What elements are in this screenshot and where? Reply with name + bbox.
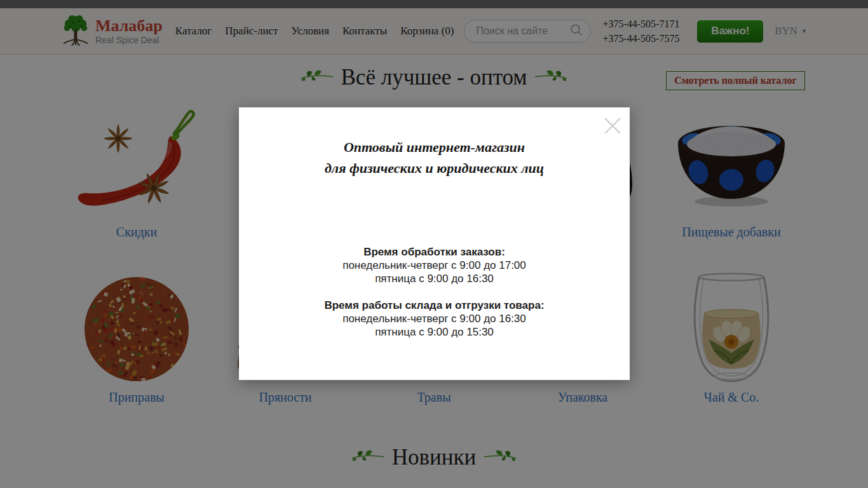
order-processing-line-1: понедельник-четверг с 9:00 до 17:00 bbox=[239, 259, 630, 272]
modal-body: Время обработки заказов: понедельник-чет… bbox=[239, 245, 630, 339]
order-processing-line-2: пятница с 9:00 до 16:30 bbox=[239, 272, 630, 285]
warehouse-hours: Время работы склада и отгрузки товара: п… bbox=[239, 299, 630, 339]
modal-title-line-2: для физических и юридических лиц bbox=[239, 158, 630, 179]
order-processing-hours: Время обработки заказов: понедельник-чет… bbox=[239, 245, 630, 285]
warehouse-hours-line-1: понедельник-четверг с 9:00 до 16:30 bbox=[239, 312, 630, 325]
modal-title-line-1: Оптовый интернет-магазин bbox=[239, 137, 630, 158]
page: Малабар Real Spice Deal Каталог Прайс-ли… bbox=[0, 0, 868, 488]
warehouse-hours-title: Время работы склада и отгрузки товара: bbox=[239, 299, 630, 312]
modal-title: Оптовый интернет-магазин для физических … bbox=[239, 107, 630, 179]
order-processing-title: Время обработки заказов: bbox=[239, 245, 630, 259]
warehouse-hours-line-2: пятница с 9:00 до 15:30 bbox=[239, 325, 630, 339]
info-modal: Оптовый интернет-магазин для физических … bbox=[239, 107, 630, 380]
close-icon[interactable] bbox=[604, 117, 621, 135]
